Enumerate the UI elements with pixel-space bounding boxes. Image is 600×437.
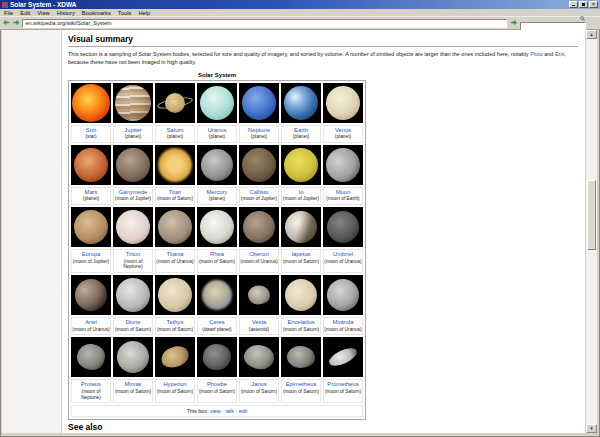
body-image-umbriel[interactable]: [323, 207, 363, 247]
go-button[interactable]: ➜: [510, 19, 517, 27]
body-link-saturn[interactable]: Saturn: [156, 127, 194, 135]
body-image-neptune[interactable]: [239, 83, 279, 123]
body-link-titan[interactable]: Titan: [156, 189, 194, 197]
minimize-button[interactable]: [569, 1, 578, 8]
body-link-enceladus[interactable]: Enceladus: [282, 319, 320, 327]
body-image-mars[interactable]: [71, 145, 111, 185]
body-image-titania[interactable]: [155, 207, 195, 247]
body-link-venus[interactable]: Venus: [324, 127, 362, 135]
body-link-iapetus[interactable]: Iapetus: [282, 251, 320, 259]
back-button[interactable]: ➜: [3, 19, 10, 27]
body-image-ganymede[interactable]: [113, 145, 153, 185]
body-link-mars[interactable]: Mars: [72, 189, 110, 197]
address-bar[interactable]: [22, 19, 507, 28]
body-link-proteus[interactable]: Proteus: [72, 381, 110, 389]
menu-view[interactable]: View: [37, 9, 49, 17]
body-image-enceladus[interactable]: [281, 275, 321, 315]
body-link-hyperion[interactable]: Hyperion: [156, 381, 194, 389]
footer-link-edit[interactable]: edit: [239, 408, 248, 414]
titania-icon: [158, 210, 192, 244]
scroll-down-button[interactable]: ▼: [586, 424, 597, 433]
pluto-link[interactable]: Pluto: [530, 51, 543, 57]
body-link-phoebe[interactable]: Phoebe: [198, 381, 236, 389]
body-link-triton[interactable]: Triton: [114, 251, 152, 259]
body-link-ceres[interactable]: Ceres: [198, 319, 236, 327]
body-image-prometheus[interactable]: [323, 337, 363, 377]
body-link-oberon[interactable]: Oberon: [240, 251, 278, 259]
maximize-button[interactable]: [579, 1, 588, 8]
body-image-rhea[interactable]: [197, 207, 237, 247]
body-image-oberon[interactable]: [239, 207, 279, 247]
body-link-umbriel[interactable]: Umbriel: [324, 251, 362, 259]
body-link-neptune[interactable]: Neptune: [240, 127, 278, 135]
body-image-janus[interactable]: [239, 337, 279, 377]
body-link-jupiter[interactable]: Jupiter: [114, 127, 152, 135]
body-link-europa[interactable]: Europa: [72, 251, 110, 259]
body-image-io[interactable]: [281, 145, 321, 185]
body-link-mimas[interactable]: Mimas: [114, 381, 152, 389]
scroll-up-button[interactable]: ▲: [586, 30, 597, 39]
venus-icon: [326, 86, 360, 120]
body-image-callisto[interactable]: [239, 145, 279, 185]
body-image-hyperion[interactable]: [155, 337, 195, 377]
body-image-dione[interactable]: [113, 275, 153, 315]
body-image-uranus[interactable]: [197, 83, 237, 123]
menu-tools[interactable]: Tools: [118, 9, 132, 17]
ganymede-icon: [116, 148, 150, 182]
eris-link[interactable]: Eris: [555, 51, 564, 57]
body-image-jupiter[interactable]: [113, 83, 153, 123]
body-image-titan[interactable]: [155, 145, 195, 185]
body-link-ganymede[interactable]: Ganymede: [114, 189, 152, 197]
menu-bookmarks[interactable]: Bookmarks: [82, 9, 111, 17]
body-image-epimetheus[interactable]: [281, 337, 321, 377]
body-link-tethys[interactable]: Tethys: [156, 319, 194, 327]
body-link-uranus[interactable]: Uranus: [198, 127, 236, 135]
body-image-earth[interactable]: [281, 83, 321, 123]
body-type: (planet): [114, 134, 152, 140]
body-image-tethys[interactable]: [155, 275, 195, 315]
body-link-earth[interactable]: Earth: [282, 127, 320, 135]
body-link-dione[interactable]: Dione: [114, 319, 152, 327]
body-image-vesta[interactable]: [239, 275, 279, 315]
scrollbar-thumb[interactable]: [587, 180, 596, 250]
close-button[interactable]: ×: [589, 1, 598, 8]
body-link-titania[interactable]: Titania: [156, 251, 194, 259]
body-image-mercury[interactable]: [197, 145, 237, 185]
body-image-miranda[interactable]: [323, 275, 363, 315]
body-image-sun[interactable]: [71, 83, 111, 123]
body-link-rhea[interactable]: Rhea: [198, 251, 236, 259]
body-link-callisto[interactable]: Callisto: [240, 189, 278, 197]
body-link-janus[interactable]: Janus: [240, 381, 278, 389]
footer-link-view[interactable]: view: [210, 408, 221, 414]
body-image-moon[interactable]: [323, 145, 363, 185]
body-caption: Mimas(moon of Saturn): [113, 379, 153, 403]
body-link-vesta[interactable]: Vesta: [240, 319, 278, 327]
body-image-proteus[interactable]: [71, 337, 111, 377]
menu-edit[interactable]: Edit: [20, 9, 30, 17]
body-image-phoebe[interactable]: [197, 337, 237, 377]
body-image-ceres[interactable]: [197, 275, 237, 315]
vertical-scrollbar[interactable]: ▲ ▼: [585, 30, 597, 433]
body-link-sun[interactable]: Sun: [72, 127, 110, 135]
body-link-epimetheus[interactable]: Epimetheus: [282, 381, 320, 389]
body-image-mimas[interactable]: [113, 337, 153, 377]
body-link-ariel[interactable]: Ariel: [72, 319, 110, 327]
solar-system-table: Solar System Sun(star)Jupiter(planet)Sat…: [68, 71, 366, 421]
footer-link-talk[interactable]: talk: [226, 408, 234, 414]
body-link-moon[interactable]: Moon: [324, 189, 362, 197]
body-link-io[interactable]: Io: [282, 189, 320, 197]
body-image-venus[interactable]: [323, 83, 363, 123]
menu-file[interactable]: File: [4, 9, 13, 17]
menu-history[interactable]: History: [57, 9, 75, 17]
body-caption: Iapetus(moon of Saturn): [281, 249, 321, 273]
body-image-europa[interactable]: [71, 207, 111, 247]
body-image-triton[interactable]: [113, 207, 153, 247]
forward-button[interactable]: ➜: [13, 19, 20, 27]
body-image-ariel[interactable]: [71, 275, 111, 315]
menu-help[interactable]: Help: [138, 9, 150, 17]
body-image-saturn[interactable]: [155, 83, 195, 123]
body-link-prometheus[interactable]: Prometheus: [324, 381, 362, 389]
body-link-miranda[interactable]: Miranda: [324, 319, 362, 327]
body-image-iapetus[interactable]: [281, 207, 321, 247]
body-link-mercury[interactable]: Mercury: [198, 189, 236, 197]
